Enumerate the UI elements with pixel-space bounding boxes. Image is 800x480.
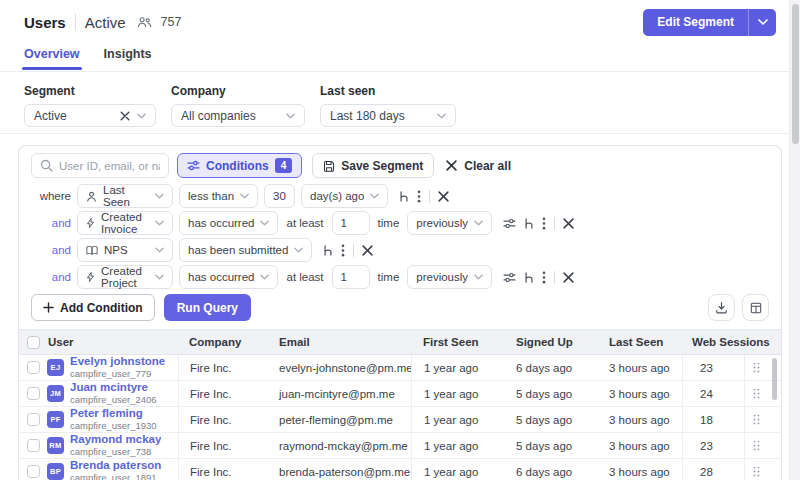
sliders-icon[interactable] <box>503 218 516 229</box>
run-query-button[interactable]: Run Query <box>164 294 251 321</box>
tab-bar: Overview Insights <box>24 47 152 70</box>
conditions-button[interactable]: Conditions 4 <box>177 153 302 178</box>
add-condition-button[interactable]: Add Condition <box>31 294 155 321</box>
page-scrollbar[interactable] <box>789 0 800 480</box>
segment-filter-value: Active <box>34 109 67 123</box>
condition-field-select[interactable]: Last Seen <box>77 184 173 208</box>
row-actions-icon[interactable] <box>753 413 760 426</box>
column-header-web-sessions[interactable]: Web Sessions <box>682 330 744 354</box>
columns-icon <box>750 302 762 314</box>
kebab-icon[interactable] <box>542 217 546 230</box>
row-checkbox[interactable] <box>27 465 40 478</box>
remove-condition-icon[interactable] <box>438 191 449 202</box>
user-name-link[interactable]: Juan mcintyre <box>70 382 157 393</box>
query-actions: Add Condition Run Query <box>31 294 769 321</box>
table-row[interactable]: PF Peter fleming campfire_user_1930 Fire… <box>19 407 781 433</box>
avatar: PF <box>47 411 64 428</box>
column-header-last-seen[interactable]: Last Seen <box>597 330 682 354</box>
kebab-icon[interactable] <box>341 244 345 257</box>
chevron-down-icon <box>260 220 269 226</box>
histogram-icon[interactable] <box>524 217 534 230</box>
row-checkbox[interactable] <box>27 361 40 374</box>
save-icon <box>323 160 335 172</box>
condition-unit-value: previously <box>416 217 468 229</box>
row-actions-icon[interactable] <box>753 387 760 400</box>
last-seen-filter-value: Last 180 days <box>330 109 405 123</box>
condition-row-actions <box>503 217 574 230</box>
divider <box>353 244 354 257</box>
column-header-user[interactable]: User <box>45 330 178 354</box>
condition-operator-select[interactable]: has occurred <box>179 265 278 289</box>
condition-value-input[interactable] <box>264 184 295 208</box>
remove-condition-icon[interactable] <box>362 245 373 256</box>
row-actions-icon[interactable] <box>753 361 760 374</box>
download-button[interactable] <box>708 294 735 321</box>
row-checkbox[interactable] <box>27 387 40 400</box>
kebab-icon[interactable] <box>542 271 546 284</box>
table-row[interactable]: BP Brenda paterson campfire_user_1891 Fi… <box>19 459 781 480</box>
user-name-link[interactable]: Brenda paterson <box>70 460 161 471</box>
edit-segment-caret-button[interactable] <box>748 9 776 36</box>
table-row[interactable]: RM Raymond mckay campfire_user_738 Fire … <box>19 433 781 459</box>
filter-label: Last seen <box>320 84 456 98</box>
search-input[interactable] <box>59 160 160 172</box>
row-checkbox[interactable] <box>27 439 40 452</box>
condition-row-3: and NPS has been submitted <box>31 238 769 262</box>
segment-filter-select[interactable]: Active <box>24 104 156 127</box>
save-segment-button[interactable]: Save Segment <box>312 153 434 178</box>
remove-condition-icon[interactable] <box>563 272 574 283</box>
clear-all-button[interactable]: Clear all <box>446 159 511 173</box>
title-divider <box>75 14 76 30</box>
avatar: RM <box>47 437 64 454</box>
last-seen-filter-select[interactable]: Last 180 days <box>320 104 456 127</box>
tab-overview[interactable]: Overview <box>24 47 80 70</box>
users-table: User Company Email First Seen Signed Up … <box>19 329 781 480</box>
condition-field-select[interactable]: Created Project <box>77 265 173 289</box>
company-filter-select[interactable]: All companies <box>171 104 305 127</box>
table-row[interactable]: EJ Evelyn johnstone campfire_user_779 Fi… <box>19 355 781 381</box>
last-seen-cell: 3 hours ago <box>597 381 682 406</box>
condition-unit-select[interactable]: previously <box>407 265 492 289</box>
kebab-icon[interactable] <box>417 190 421 203</box>
signed-up-cell: 5 days ago <box>504 381 597 406</box>
condition-operator-select[interactable]: has been submitted <box>179 238 312 262</box>
edit-segment-button[interactable]: Edit Segment <box>643 9 748 36</box>
sliders-icon[interactable] <box>503 272 516 283</box>
row-actions-icon[interactable] <box>753 439 760 452</box>
histogram-icon[interactable] <box>399 190 409 203</box>
column-header-email[interactable]: Email <box>269 330 411 354</box>
user-name-link[interactable]: Evelyn johnstone <box>70 356 165 367</box>
condition-value-input[interactable] <box>332 211 370 235</box>
remove-condition-icon[interactable] <box>563 218 574 229</box>
histogram-icon[interactable] <box>524 271 534 284</box>
download-icon <box>715 301 728 314</box>
columns-button[interactable] <box>742 294 769 321</box>
column-header-company[interactable]: Company <box>178 330 269 354</box>
conditions-label: Conditions <box>206 159 269 173</box>
condition-operator-select[interactable]: less than <box>179 184 258 208</box>
user-name-link[interactable]: Peter fleming <box>70 408 157 419</box>
chevron-down-icon <box>474 220 483 226</box>
condition-operator-select[interactable]: has occurred <box>179 211 278 235</box>
row-checkbox[interactable] <box>27 413 40 426</box>
close-icon[interactable] <box>120 111 130 121</box>
user-name-link[interactable]: Raymond mckay <box>70 434 161 445</box>
column-header-first-seen[interactable]: First Seen <box>411 330 504 354</box>
page-scrollbar-thumb[interactable] <box>792 4 799 144</box>
select-all-checkbox[interactable] <box>27 336 40 349</box>
table-row[interactable]: JM Juan mcintyre campfire_user_2406 Fire… <box>19 381 781 407</box>
table-scrollbar-thumb[interactable] <box>772 358 777 400</box>
search-icon <box>40 159 53 172</box>
row-actions-icon[interactable] <box>753 465 760 478</box>
query-toolbar: Conditions 4 Save Segment Clear all <box>31 153 769 178</box>
email-cell: brenda-paterson@pm.me <box>269 459 411 480</box>
chevron-down-icon <box>155 220 164 226</box>
condition-field-select[interactable]: Created Invoice <box>77 211 173 235</box>
column-header-signed-up[interactable]: Signed Up <box>504 330 597 354</box>
condition-unit-select[interactable]: previously <box>407 211 492 235</box>
histogram-icon[interactable] <box>323 244 333 257</box>
condition-field-select[interactable]: NPS <box>77 238 173 262</box>
condition-unit-select[interactable]: day(s) ago <box>301 184 388 208</box>
condition-value-input[interactable] <box>332 265 370 289</box>
tab-insights[interactable]: Insights <box>104 47 152 70</box>
